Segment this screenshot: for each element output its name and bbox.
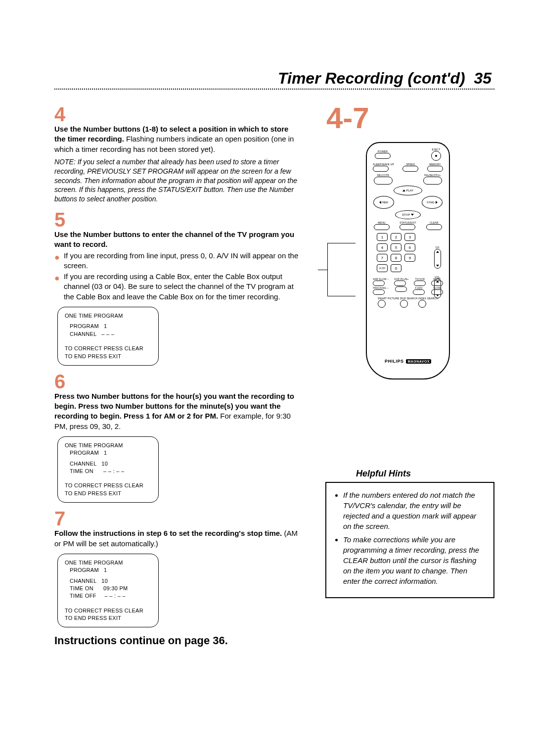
step-5-bullet-2-text: If you are recording using a Cable Box, …: [64, 272, 302, 302]
remote-brand: PHILIPS MAGNAVOX: [367, 359, 449, 364]
page-number: 35: [474, 69, 491, 87]
tracking-minus-button[interactable]: [373, 289, 385, 295]
num-6-button[interactable]: 6: [404, 243, 415, 251]
screen-line: CHANNEL 10: [65, 460, 151, 468]
page-title: Timer Recording (cont'd) 35: [54, 69, 494, 88]
screen-line: TO CORRECT PRESS CLEAR: [65, 345, 151, 352]
screen-line: PROGRAM 1: [65, 567, 151, 574]
eject-button[interactable]: [431, 151, 441, 161]
index-search-button[interactable]: [418, 300, 426, 308]
smart-picture-button[interactable]: [378, 300, 386, 308]
memory-label: MEMORY: [427, 163, 443, 166]
ach-button[interactable]: A.CH: [377, 264, 388, 272]
num-2-button[interactable]: 2: [391, 233, 401, 241]
step-7-number: 7: [54, 510, 302, 527]
stop-button[interactable]: STOP: [395, 210, 421, 219]
play-button[interactable]: PLAY: [394, 186, 422, 195]
recotr-label: REC/OTR: [374, 174, 393, 177]
step-6-screen: ONE TIME PROGRAM PROGRAM 1 CHANNEL 10 TI…: [57, 436, 159, 503]
status-exit-button[interactable]: [400, 224, 415, 230]
remote-illustration: POWER EJECT SLEEP/WAKE UP SPEED MEMORY R…: [366, 142, 450, 379]
step-range-number: 4-7: [326, 103, 494, 133]
bullet-icon: ●: [54, 253, 60, 271]
tracking-plus-button[interactable]: [395, 286, 407, 292]
hints-title: Helpful Hints: [356, 469, 494, 479]
screen-line: TIME ON 09:30 PM: [65, 585, 151, 592]
step-5-bullet-2: ● If you are recording using a Cable Box…: [54, 272, 302, 302]
brand-tag: MAGNAVOX: [406, 359, 431, 364]
bullet-icon: ●: [54, 274, 60, 302]
volume-rocker[interactable]: [434, 279, 441, 298]
ffwd-button[interactable]: F.FWD: [422, 196, 443, 209]
fadv-button[interactable]: [413, 289, 425, 295]
tvvcr-button[interactable]: [414, 281, 426, 286]
screen-line: ONE TIME PROGRAM: [65, 312, 151, 320]
brand-text: PHILIPS: [385, 359, 404, 364]
screen-line: CHANNEL – – –: [65, 331, 151, 338]
num-5-button[interactable]: 5: [391, 243, 401, 251]
step-6-number: 6: [54, 373, 302, 390]
sleep-button[interactable]: [373, 166, 389, 172]
step-4-text: Use the Number buttons (1-8) to select a…: [54, 124, 302, 154]
tvvcr-label: TV/VCR: [414, 278, 426, 281]
varslow-label: VAR.SLOW –: [373, 278, 389, 281]
smart-label: SMART PICTURE: [378, 297, 399, 300]
screen-line: ONE TIME PROGRAM: [65, 559, 151, 567]
speed-button[interactable]: [402, 166, 418, 172]
screen-line: TO CORRECT PRESS CLEAR: [65, 607, 151, 614]
continue-text: Instructions continue on page 36.: [54, 634, 302, 647]
step-7-bold: Follow the instructions in step 6 to set…: [54, 529, 282, 537]
step-7-screen: ONE TIME PROGRAM PROGRAM 1 CHANNEL 10 TI…: [57, 554, 159, 628]
step-5-screen: ONE TIME PROGRAM PROGRAM 1 CHANNEL – – –…: [57, 307, 159, 366]
pausestill-button[interactable]: [423, 177, 442, 185]
step-6-text: Press two Number buttons for the hour(s)…: [54, 391, 302, 431]
num-9-button[interactable]: 9: [404, 254, 415, 262]
rew-button[interactable]: REW: [373, 196, 394, 209]
screen-line: PROGRAM 1: [65, 323, 151, 330]
remote-callout-bracket: [327, 243, 356, 296]
skip-label: SKIP SEARCH: [400, 297, 418, 300]
step-4-number: 4: [54, 105, 302, 123]
channel-rocker[interactable]: [434, 249, 441, 269]
step-5-number: 5: [54, 211, 302, 229]
hint-2: To make corrections while you are progra…: [343, 534, 486, 586]
step-5-bullet-1-text: If you are recording from line input, pr…: [64, 251, 302, 271]
screen-line: TIME OFF – – : – –: [65, 592, 151, 600]
screen-line: TO END PRESS EXIT: [65, 490, 151, 497]
menu-button[interactable]: [374, 224, 390, 230]
num-1-button[interactable]: 1: [377, 233, 388, 241]
num-8-button[interactable]: 8: [391, 254, 401, 262]
num-7-button[interactable]: 7: [377, 254, 388, 262]
power-button[interactable]: [375, 153, 391, 159]
vol-label: VOL.: [434, 276, 441, 279]
screen-line: CHANNEL 10: [65, 577, 151, 585]
screen-line: TO END PRESS EXIT: [65, 614, 151, 622]
step-4-note: NOTE: If you select a number that alread…: [54, 157, 302, 204]
ch-label: CH.: [434, 246, 441, 249]
screen-line: ONE TIME PROGRAM: [65, 442, 151, 449]
sleep-label: SLEEP/WAKE UP: [373, 163, 394, 166]
recotr-button[interactable]: [374, 177, 393, 185]
vcrplus-label: VCR PLUS+: [394, 278, 409, 281]
step-5-bullet-1: ● If you are recording from line input, …: [54, 251, 302, 271]
number-pad: 1 2 3 4 5 6 7 8 9: [377, 233, 417, 275]
status-label: STATUS/EXIT: [400, 221, 416, 224]
eject-label: EJECT: [431, 148, 441, 151]
screen-line: PROGRAM 1: [65, 449, 151, 457]
num-4-button[interactable]: 4: [377, 243, 388, 251]
num-0-button[interactable]: 0: [391, 264, 401, 272]
tracking-label: TRACKING –: [373, 286, 389, 289]
num-3-button[interactable]: 3: [404, 233, 415, 241]
helpful-hints-box: If the numbers entered do not match the …: [325, 482, 494, 598]
screen-line: TO CORRECT PRESS CLEAR: [65, 482, 151, 489]
clear-button[interactable]: [426, 224, 442, 230]
hint-1: If the numbers entered do not match the …: [343, 490, 486, 531]
vcrplus-button[interactable]: [394, 281, 406, 286]
memory-button[interactable]: [427, 166, 443, 172]
step-5-bold: Use the Number buttons to enter the chan…: [54, 230, 302, 250]
screen-line: TIME ON – – : – –: [65, 468, 151, 475]
transport-cluster: PLAY REW F.FWD STOP: [373, 186, 443, 219]
pausestill-label: PAUSE/STILL: [423, 174, 442, 177]
varslow-minus-button[interactable]: [373, 281, 385, 286]
skip-search-button[interactable]: [400, 300, 408, 308]
